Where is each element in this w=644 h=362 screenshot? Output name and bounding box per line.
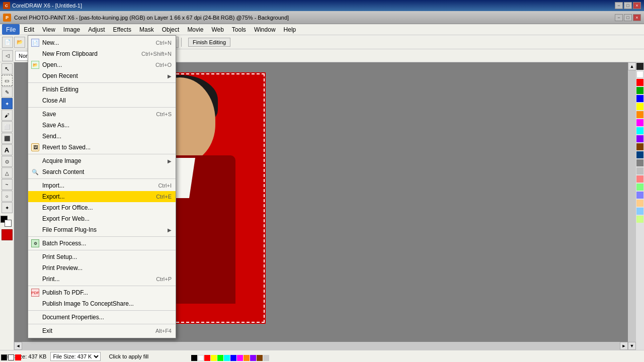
tool-sharpen[interactable]: △ — [2, 167, 13, 178]
swatch-cyan[interactable] — [636, 127, 643, 134]
tool-freehand[interactable]: ✎ — [2, 86, 13, 98]
bottom-scrollbar[interactable]: ◄ ► — [14, 342, 628, 350]
minimize-button[interactable]: − — [615, 2, 623, 9]
swatch-pink[interactable] — [636, 175, 643, 183]
app-close-button[interactable]: × — [633, 14, 641, 21]
menu-open-recent[interactable]: Open Recent ▶ — [28, 70, 176, 81]
swatch-yellow-green[interactable] — [636, 216, 643, 223]
menu-revert[interactable]: 🖼 Revert to Saved... — [28, 142, 176, 153]
swatch-green[interactable] — [636, 87, 643, 94]
scroll-left[interactable]: ◄ — [14, 342, 22, 350]
swatch-blue[interactable] — [636, 95, 643, 102]
open-btn[interactable]: 📂 — [14, 37, 25, 48]
swatch-black[interactable] — [636, 63, 643, 70]
palette-swatch-brown[interactable] — [257, 355, 263, 361]
palette-swatch-violet[interactable] — [250, 355, 256, 361]
menu-item-movie[interactable]: Movie — [183, 24, 207, 35]
swatch-yellow[interactable] — [636, 103, 643, 110]
status-red-dot[interactable] — [15, 354, 21, 360]
tool-red-overlay[interactable] — [2, 229, 13, 240]
menu-search-content[interactable]: 🔍 Search Content — [28, 166, 176, 177]
menu-item-window[interactable]: Window — [250, 24, 280, 35]
menu-publish-pdf[interactable]: PDF Publish To PDF... — [28, 287, 176, 298]
scroll-up[interactable]: ▲ — [628, 62, 636, 70]
menu-finish-editing[interactable]: Finish Editing — [28, 84, 176, 95]
menu-item-file[interactable]: File — [2, 24, 20, 35]
palette-swatch-cyan[interactable] — [224, 355, 230, 361]
tool-smear[interactable]: ~ — [2, 179, 13, 190]
t2-btn1[interactable]: ◁ — [2, 50, 13, 61]
maximize-button[interactable]: □ — [624, 2, 632, 9]
menu-item-object[interactable]: Object — [158, 24, 184, 35]
menu-print[interactable]: Print... Ctrl+P — [28, 274, 176, 285]
app-maximize-button[interactable]: □ — [624, 14, 632, 21]
menu-export[interactable]: Export... Ctrl+E — [28, 191, 176, 202]
menu-batch-process[interactable]: ⚙ Batch Process... — [28, 238, 176, 249]
menu-item-image[interactable]: Image — [59, 24, 84, 35]
menu-print-setup[interactable]: Print Setup... — [28, 251, 176, 262]
menu-item-edit[interactable]: Edit — [20, 24, 38, 35]
background-color[interactable] — [5, 220, 12, 227]
right-scrollbar[interactable]: ▲ ▼ — [628, 62, 636, 350]
menu-export-web[interactable]: Export For Web... — [28, 213, 176, 224]
swatch-navy[interactable] — [636, 151, 643, 158]
menu-exit[interactable]: Exit Alt+F4 — [28, 325, 176, 336]
swatch-white[interactable] — [636, 71, 643, 78]
tool-eraser[interactable]: ⬜ — [2, 121, 13, 132]
tool-dodge[interactable]: ○ — [2, 191, 13, 202]
swatch-magenta[interactable] — [636, 119, 643, 126]
swatch-lime[interactable] — [636, 184, 643, 191]
swatch-red[interactable] — [636, 79, 643, 86]
palette-swatch-black[interactable] — [191, 355, 197, 361]
status-dropdown[interactable]: File Size: 437 KB — [50, 352, 101, 361]
menu-new[interactable]: 📄 New... Ctrl+N — [28, 37, 176, 48]
palette-swatch-red[interactable] — [204, 355, 210, 361]
finish-editing-button[interactable]: Finish Editing — [188, 38, 230, 47]
menu-item-help[interactable]: Help — [280, 24, 300, 35]
menu-item-web[interactable]: Web — [207, 24, 227, 35]
palette-swatch-blue[interactable] — [230, 355, 236, 361]
menu-print-preview[interactable]: Print Preview... — [28, 262, 176, 274]
tool-magic-wand[interactable]: ✦ — [2, 98, 13, 109]
swatch-peach[interactable] — [636, 200, 643, 207]
menu-document-props[interactable]: Document Properties... — [28, 312, 176, 323]
tool-mask-rect[interactable]: ▭ — [2, 75, 13, 86]
menu-export-office[interactable]: Export For Office... — [28, 202, 176, 213]
tool-text[interactable]: A — [2, 144, 13, 155]
menu-new-clipboard[interactable]: New From Clipboard Ctrl+Shift+N — [28, 48, 176, 59]
tool-paint[interactable]: 🖌 — [2, 110, 13, 121]
swatch-purple[interactable] — [636, 135, 643, 142]
menu-open[interactable]: 📂 Open... Ctrl+O — [28, 59, 176, 70]
menu-send[interactable]: Send... — [28, 131, 176, 142]
menu-item-adjust[interactable]: Adjust — [84, 24, 109, 35]
menu-save-as[interactable]: Save As... — [28, 120, 176, 131]
palette-swatch-green[interactable] — [217, 355, 223, 361]
menu-acquire[interactable]: Acquire Image ▶ — [28, 155, 176, 166]
menu-file-format[interactable]: File Format Plug-Ins ▶ — [28, 224, 176, 235]
tool-clone[interactable]: ⊙ — [2, 156, 13, 167]
menu-item-view[interactable]: View — [38, 24, 59, 35]
menu-item-mask[interactable]: Mask — [135, 24, 158, 35]
swatch-brown[interactable] — [636, 143, 643, 150]
app-minimize-button[interactable]: − — [615, 14, 623, 21]
swatch-orange[interactable] — [636, 111, 643, 118]
tool-fill[interactable]: ⬛ — [2, 133, 13, 144]
palette-swatch-orange[interactable] — [244, 355, 250, 361]
swatch-lavender[interactable] — [636, 192, 643, 199]
palette-swatch-yellow[interactable] — [211, 355, 217, 361]
menu-close-all[interactable]: Close All — [28, 95, 176, 106]
menu-publish-concept[interactable]: Publish Image To ConceptShare... — [28, 298, 176, 309]
status-bg-color[interactable] — [8, 354, 14, 360]
tool-color-replace[interactable]: ✦ — [2, 202, 13, 213]
scroll-down[interactable]: ▼ — [628, 342, 636, 350]
palette-swatch-magenta[interactable] — [237, 355, 243, 361]
close-button[interactable]: × — [633, 2, 641, 9]
swatch-silver[interactable] — [636, 167, 643, 174]
palette-swatch-white[interactable] — [198, 355, 204, 361]
menu-save[interactable]: Save Ctrl+S — [28, 109, 176, 120]
menu-item-effects[interactable]: Effects — [109, 24, 135, 35]
status-fg-color[interactable] — [1, 354, 7, 360]
new-btn[interactable]: 📄 — [2, 37, 13, 48]
scroll-right[interactable]: ► — [620, 342, 628, 350]
swatch-sky[interactable] — [636, 208, 643, 215]
